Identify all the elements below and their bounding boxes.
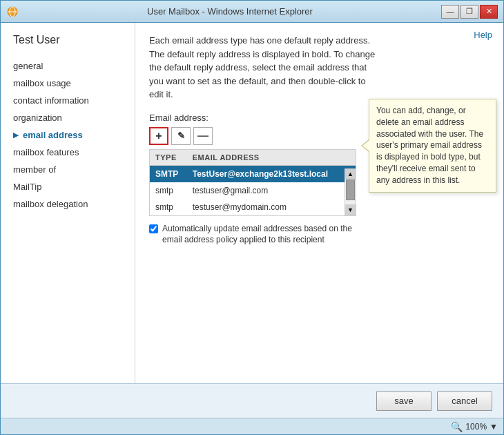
auto-update-label: Automatically update email addresses bas…	[162, 223, 363, 246]
sidebar-item-mailtip-label: MailTip	[13, 182, 41, 192]
sidebar-item-member-of-label: member of	[13, 164, 56, 175]
sidebar-item-mailbox-delegation-label: mailbox delegation	[13, 199, 88, 209]
add-email-button[interactable]: +	[149, 127, 168, 145]
zoom-dropdown-icon[interactable]: ▼	[490, 422, 498, 432]
zoom-section: 🔍 100% ▼	[451, 421, 498, 432]
sidebar: Test User general mailbox usage contact …	[1, 23, 135, 383]
scroll-track	[345, 180, 356, 204]
sidebar-item-mailtip[interactable]: MailTip	[1, 178, 135, 195]
email-table: TYPE EMAIL ADDRESS SMTPTestUser@exchange…	[150, 150, 356, 215]
title-bar: User Mailbox - Windows Internet Explorer…	[1, 1, 503, 23]
app-icon	[6, 6, 19, 18]
window-controls: — ❐ ✕	[441, 5, 498, 19]
scroll-thumb[interactable]	[346, 180, 355, 200]
window-title: User Mailbox - Windows Internet Explorer	[19, 6, 441, 17]
help-link[interactable]: Help	[474, 30, 492, 40]
bottom-action-bar: save cancel	[1, 383, 503, 418]
sidebar-item-member-of[interactable]: member of	[1, 161, 135, 178]
sidebar-item-mailbox-delegation[interactable]: mailbox delegation	[1, 195, 135, 213]
close-button[interactable]: ✕	[480, 5, 498, 19]
content-area: Test User general mailbox usage contact …	[1, 23, 503, 383]
tooltip-box: You can add, change, or delete an email …	[369, 99, 496, 193]
cancel-button[interactable]: cancel	[437, 392, 492, 411]
delete-email-button[interactable]: —	[193, 127, 213, 145]
status-bar: 🔍 100% ▼	[1, 418, 503, 434]
active-arrow-icon: ▶	[13, 131, 19, 139]
minimize-button[interactable]: —	[441, 5, 459, 19]
scroll-up-button[interactable]: ▲	[345, 168, 356, 180]
zoom-icon: 🔍	[451, 421, 463, 432]
col-email: EMAIL ADDRESS	[187, 150, 356, 166]
cell-type: smtp	[150, 199, 187, 215]
auto-update-row: Automatically update email addresses bas…	[149, 223, 363, 246]
sidebar-item-general[interactable]: general	[1, 57, 135, 75]
table-scrollbar[interactable]: ▲ ▼	[345, 168, 356, 215]
restore-button[interactable]: ❐	[461, 5, 478, 19]
sidebar-item-contact-information[interactable]: contact information	[1, 92, 135, 109]
save-button[interactable]: save	[376, 392, 432, 411]
sidebar-item-email-address-label: email address	[23, 130, 83, 140]
auto-update-checkbox[interactable]	[149, 224, 158, 233]
table-row[interactable]: smtptestuser@gmail.com	[150, 182, 356, 199]
description-text: Each email address type has one default …	[149, 34, 377, 102]
cell-email: testuser@mydomain.com	[187, 199, 356, 215]
cell-type: SMTP	[150, 165, 187, 182]
main-window: User Mailbox - Windows Internet Explorer…	[0, 0, 504, 435]
col-type: TYPE	[150, 150, 187, 166]
sidebar-item-mailbox-usage-label: mailbox usage	[13, 78, 71, 88]
cell-email: TestUser@exchange2k13test.local	[187, 165, 356, 182]
edit-email-button[interactable]: ✎	[171, 127, 191, 145]
sidebar-item-general-label: general	[13, 61, 43, 71]
user-name: Test User	[1, 31, 135, 57]
table-row[interactable]: SMTPTestUser@exchange2k13test.local	[150, 165, 356, 182]
tooltip-text: You can add, change, or delete an email …	[376, 106, 483, 185]
sidebar-item-organization[interactable]: organization	[1, 109, 135, 126]
table-header-row: TYPE EMAIL ADDRESS	[150, 150, 356, 166]
tooltip-arrow	[362, 140, 369, 151]
cell-type: smtp	[150, 182, 187, 199]
cell-email: testuser@gmail.com	[187, 182, 356, 199]
sidebar-item-mailbox-features-label: mailbox features	[13, 147, 79, 157]
sidebar-item-mailbox-features[interactable]: mailbox features	[1, 144, 135, 161]
scroll-down-button[interactable]: ▼	[345, 204, 356, 215]
sidebar-item-organization-label: organization	[13, 113, 62, 123]
table-row[interactable]: smtptestuser@mydomain.com	[150, 199, 356, 215]
sidebar-item-email-address[interactable]: ▶ email address	[1, 126, 135, 144]
sidebar-item-mailbox-usage[interactable]: mailbox usage	[1, 75, 135, 92]
zoom-level: 100%	[465, 422, 487, 432]
sidebar-item-contact-information-label: contact information	[13, 95, 89, 106]
main-panel: Help Each email address type has one def…	[135, 23, 503, 383]
email-table-container: TYPE EMAIL ADDRESS SMTPTestUser@exchange…	[149, 149, 356, 216]
